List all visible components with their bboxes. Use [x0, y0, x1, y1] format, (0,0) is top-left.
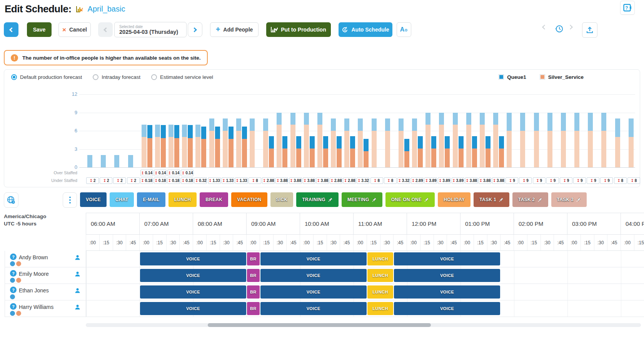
shift-block-voice[interactable]: VOICE [260, 269, 367, 282]
timeline-quarter[interactable]: :30 [594, 235, 607, 250]
timeline-hour-6[interactable]: 12:00 PM [407, 213, 460, 234]
timeline-quarter[interactable]: :45 [126, 235, 139, 250]
timeline-quarter[interactable]: :15 [367, 235, 380, 250]
timeline-quarter[interactable]: :00 [246, 235, 260, 250]
person-icon[interactable] [75, 255, 80, 262]
employee-cell[interactable]: ?Harry Williams [5, 300, 86, 317]
shift-block-voice[interactable]: VOICE [260, 252, 367, 265]
activity-button-training[interactable]: TRAINING [296, 192, 338, 207]
shift-block-voice[interactable]: VOICE [140, 252, 246, 265]
employee-schedule-track[interactable]: VOICEBRVOICELUNCHVOICE [86, 300, 644, 317]
timeline-quarter[interactable]: :15 [260, 235, 273, 250]
timeline-quarter[interactable]: :30 [487, 235, 501, 250]
activity-button-chat[interactable]: CHAT [110, 192, 134, 207]
employee-schedule-track[interactable]: VOICEBRVOICELUNCHVOICE [86, 267, 644, 284]
shift-block-voice[interactable]: VOICE [260, 302, 367, 315]
timeline-hour-3[interactable]: 09:00 AM [246, 213, 300, 234]
shift-block-voice[interactable]: VOICE [394, 285, 500, 299]
timeline-hour-2[interactable]: 08:00 AM [193, 213, 246, 234]
activity-button-task-1[interactable]: TASK 1 [474, 192, 509, 207]
employee-help-icon[interactable]: ? [10, 287, 17, 293]
timeline-hour-4[interactable]: 10:00 AM [300, 213, 353, 234]
previous-date-button[interactable] [98, 22, 113, 37]
activity-button-task-3[interactable]: TASK 3 [551, 192, 587, 207]
activity-button-vacation[interactable]: VACATION [231, 192, 267, 207]
auto-schedule-settings-button[interactable]: A⚙ [397, 22, 411, 37]
timezone-button[interactable] [4, 192, 18, 208]
person-icon[interactable] [75, 288, 80, 295]
timeline-quarter[interactable]: :45 [447, 235, 460, 250]
timeline-quarter[interactable]: :00 [86, 235, 99, 250]
activity-button-sick[interactable]: SICK [270, 192, 294, 207]
timeline-quarter[interactable]: :15 [420, 235, 434, 250]
activity-button-break[interactable]: BREAK [200, 192, 228, 207]
timeline-quarter[interactable]: :30 [113, 235, 126, 250]
person-icon[interactable] [75, 304, 80, 312]
employee-schedule-track[interactable]: VOICEBRVOICELUNCHVOICE [86, 251, 644, 267]
shift-block-lunch[interactable]: LUNCH [367, 285, 394, 299]
person-icon[interactable] [75, 271, 80, 279]
history-previous-button[interactable] [542, 25, 546, 29]
shift-block-br[interactable]: BR [247, 302, 260, 315]
timeline-quarter[interactable]: :45 [393, 235, 407, 250]
shift-block-br[interactable]: BR [247, 285, 260, 299]
timeline-hour-0[interactable]: 06:00 AM [86, 213, 139, 234]
activity-button-e-mail[interactable]: E-MAIL [137, 192, 165, 207]
shift-block-voice[interactable]: VOICE [394, 252, 500, 265]
put-to-production-button[interactable]: Put to Production [266, 22, 331, 37]
activity-button-holiday[interactable]: HOLIDAY [438, 192, 470, 207]
timeline-quarter[interactable]: :00 [567, 235, 581, 250]
timeline-quarter[interactable]: :45 [179, 235, 193, 250]
employee-help-icon[interactable]: ? [10, 270, 17, 277]
timeline-quarter[interactable]: :15 [313, 235, 327, 250]
timeline-quarter[interactable]: :30 [273, 235, 287, 250]
timeline-quarter[interactable]: :30 [541, 235, 554, 250]
timeline-quarter[interactable]: :00 [514, 235, 527, 250]
shift-block-voice[interactable]: VOICE [260, 285, 367, 299]
shift-block-voice[interactable]: VOICE [394, 302, 500, 315]
schedule-name[interactable]: April_basic [88, 5, 125, 13]
shift-block-voice[interactable]: VOICE [394, 269, 500, 282]
employee-help-icon[interactable]: ? [10, 303, 17, 310]
timeline-quarter[interactable]: :15 [99, 235, 113, 250]
shift-block-lunch[interactable]: LUNCH [367, 302, 394, 315]
help-button[interactable]: ? [620, 1, 635, 15]
employee-cell[interactable]: ?Emily Moore [5, 267, 86, 284]
auto-schedule-button[interactable]: A Auto Schedule [339, 22, 392, 37]
timeline-hour-1[interactable]: 07:00 AM [139, 213, 193, 234]
timeline-quarter[interactable]: :15 [527, 235, 541, 250]
timeline-hour-7[interactable]: 01:00 PM [460, 213, 514, 234]
selected-date-field[interactable]: Selected date 2025-04-03 (Thursday) [114, 22, 187, 37]
timeline-hour-10[interactable]: 04:00 PM [621, 213, 644, 234]
timeline-quarter[interactable]: :15 [474, 235, 487, 250]
timeline-hour-8[interactable]: 02:00 PM [514, 213, 567, 234]
timeline-quarter[interactable]: :30 [220, 235, 233, 250]
timeline-quarter[interactable]: :30 [380, 235, 394, 250]
employee-help-icon[interactable]: ? [10, 254, 17, 260]
timeline-quarter[interactable]: :15 [581, 235, 594, 250]
employee-schedule-track[interactable]: VOICEBRVOICELUNCHVOICE [86, 284, 644, 300]
horizontal-scrollbar[interactable] [86, 323, 641, 327]
timeline-quarter[interactable]: :00 [460, 235, 474, 250]
timeline-quarter[interactable]: :30 [166, 235, 180, 250]
shift-block-br[interactable]: BR [247, 269, 260, 282]
export-button[interactable] [582, 22, 597, 38]
timeline-quarter[interactable]: :15 [206, 235, 220, 250]
timeline-quarter[interactable]: :00 [139, 235, 153, 250]
schedule-options-menu-button[interactable] [63, 192, 77, 208]
shift-block-br[interactable]: BR [247, 252, 260, 265]
employee-cell[interactable]: ?Andy Brown [5, 251, 86, 267]
timeline-quarter[interactable]: :00 [407, 235, 420, 250]
timeline-quarter[interactable]: :00 [193, 235, 206, 250]
next-date-button[interactable] [188, 22, 202, 37]
activity-button-task-2[interactable]: TASK 2 [512, 192, 548, 207]
history-next-button[interactable] [569, 25, 573, 29]
timeline-quarter[interactable]: :45 [286, 235, 300, 250]
shift-block-voice[interactable]: VOICE [140, 285, 246, 299]
timeline-quarter[interactable]: :00 [621, 235, 634, 250]
shift-block-voice[interactable]: VOICE [140, 302, 246, 315]
timeline-quarter[interactable]: :30 [327, 235, 340, 250]
timeline-quarter[interactable]: :45 [233, 235, 246, 250]
timeline-quarter[interactable]: :00 [353, 235, 367, 250]
activity-button-meeting[interactable]: MEETING [342, 192, 382, 207]
